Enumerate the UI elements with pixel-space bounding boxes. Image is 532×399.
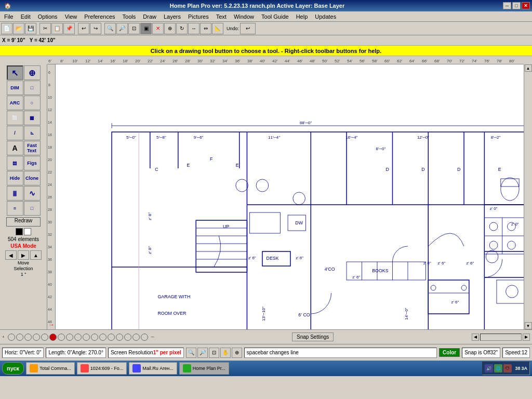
tb-zoom-fit[interactable]: ⊡ [128,23,140,34]
tb-flip[interactable]: ↔ [188,23,200,34]
snap-btn-5[interactable] [41,334,48,341]
line-tool-btn[interactable]: / [7,126,23,140]
circle-tool-btn[interactable]: ○ [24,96,41,110]
background-color[interactable] [24,228,31,235]
pan-tool-btn[interactable]: ⊕ [24,65,41,80]
hscroll-right-btn[interactable]: ▶ [523,334,530,341]
tb-save[interactable]: 💾 [25,23,36,34]
minimize-button[interactable]: ─ [503,2,511,9]
taskbar-item-1[interactable]: Total Comma... [26,362,75,375]
move-left-btn[interactable]: ◀ [5,250,17,260]
drawing-area[interactable]: .fp { stroke: #00008b; stroke-width: 1.5… [56,64,524,329]
menu-tools[interactable]: Tools [119,12,139,21]
snap-minus[interactable]: ─ [151,335,154,339]
menu-pictures[interactable]: Pictures [185,12,212,21]
box2-tool-btn[interactable]: □ [24,201,41,216]
snap-btn-7[interactable] [58,334,65,341]
fast-text-btn[interactable]: FastText [24,141,41,155]
tb-zoom-in[interactable]: 🔍 [104,23,116,34]
scroll-down-btn[interactable]: ▼ [525,322,532,329]
zoom-fit-btn2[interactable]: ⊡ [209,348,219,358]
snap-btn-17[interactable] [141,334,148,341]
maximize-button[interactable]: □ [512,2,521,9]
dim-tool-btn[interactable]: DIM [7,81,23,95]
zoom-in-btn2[interactable]: 🔍 [186,348,196,358]
tray-icon-1[interactable]: 🔊 [485,364,493,373]
taskbar-item-3[interactable]: Mail.Ru Аген... [129,362,177,375]
zoom-out-btn2[interactable]: 🔎 [197,348,208,358]
snap-settings-btn[interactable]: Snap Settings [292,332,334,341]
tb-cut[interactable]: ✂ [39,23,51,34]
menu-window[interactable]: Window [231,12,257,21]
multiline-tool-btn[interactable]: ≡ [7,201,23,216]
menu-help[interactable]: Help [293,12,311,21]
snap-btn-3[interactable] [24,334,32,341]
tb-rotate[interactable]: ↻ [176,23,188,34]
taskbar-item-2[interactable]: 1024:609 - Fo... [77,362,127,375]
tb-copy[interactable]: 📋 [51,23,63,34]
snap-btn-4[interactable] [33,334,40,341]
clone-tool-btn[interactable]: Clone [24,171,41,185]
arc-tool-btn[interactable]: ARC [7,96,23,110]
menu-text[interactable]: Text [213,12,230,21]
right-scrollbar[interactable]: ▲ ▼ [524,64,532,329]
start-button[interactable]: пуск [2,362,24,375]
zoom-pan-btn[interactable]: ✋ [220,348,231,358]
snap-btn-2[interactable] [16,334,23,341]
snap-btn-10[interactable] [83,334,90,341]
menu-edit[interactable]: Edit [18,12,34,21]
snap-btn-11[interactable] [91,334,98,341]
menu-view[interactable]: View [62,12,81,21]
move-right-btn[interactable]: ▶ [18,250,29,260]
tb-paste[interactable]: 📌 [63,23,75,34]
snap-btn-9[interactable] [74,334,82,341]
foreground-color[interactable] [16,228,23,235]
menu-file[interactable]: File [1,12,17,21]
menu-layers[interactable]: Layers [161,12,184,21]
menu-draw[interactable]: Draw [140,12,159,21]
tb-mirror[interactable]: ⇔ [200,23,211,34]
scroll-up-btn[interactable]: ▲ [525,64,532,72]
fill-tool-btn[interactable]: ▓ [7,186,23,201]
snap-btn-12[interactable] [99,334,107,341]
tb-open[interactable]: 📂 [13,23,24,34]
taskbar-item-4[interactable]: Home Plan Pr... [179,362,229,375]
tb-zoom-out[interactable]: 🔎 [116,23,128,34]
hatch-tool-btn[interactable]: ▤ [7,156,23,170]
hide-tool-btn[interactable]: Hide [7,171,23,185]
text-tool-btn[interactable]: A [7,141,23,155]
close-button[interactable]: ✕ [522,2,530,9]
tb-select[interactable]: ▣ [140,23,152,34]
angle-tool-btn[interactable]: ⊾ [24,126,41,140]
snap-btn-8[interactable] [66,334,73,341]
tray-icon-3[interactable]: 🛡 [503,364,512,373]
spline-tool-btn[interactable]: ∿ [24,186,41,201]
snap-plus[interactable]: + [2,335,5,339]
hscroll-track[interactable] [480,334,522,341]
tb-new[interactable]: 📄 [1,23,12,34]
snap-btn-1[interactable] [8,334,15,341]
menu-options[interactable]: Options [35,12,61,21]
figs-tool-btn[interactable]: Figs [24,156,41,170]
wall-tool-btn[interactable]: ⬜ [7,111,23,125]
tb-redo[interactable]: ↪ [90,23,101,34]
move-up-btn[interactable]: ▲ [30,250,42,260]
snap-btn-16[interactable] [132,334,140,341]
door-tool-btn[interactable]: ▦ [24,111,41,125]
redraw-button[interactable]: Redraw [6,217,41,227]
tb-move[interactable]: ⊕ [164,23,176,34]
snap-btn-6[interactable] [49,334,57,341]
menu-toolguide[interactable]: Tool Guide [258,12,292,21]
tray-icon-2[interactable]: 🌐 [494,364,502,373]
tb-measure[interactable]: 📐 [212,23,223,34]
zoom-actual-btn[interactable]: ⊕ [232,348,242,358]
hscroll-left-btn[interactable]: ◀ [472,334,479,341]
menu-updates[interactable]: Updates [312,12,339,21]
snap-btn-15[interactable] [124,334,131,341]
color-btn[interactable]: Color [439,348,460,357]
menu-preferences[interactable]: Preferences [81,12,118,21]
snap-btn-14[interactable] [116,334,123,341]
tb-delete[interactable]: ✕ [152,23,164,34]
snap-btn-13[interactable] [108,334,115,341]
tb-undo2[interactable]: ↩ [240,23,256,34]
